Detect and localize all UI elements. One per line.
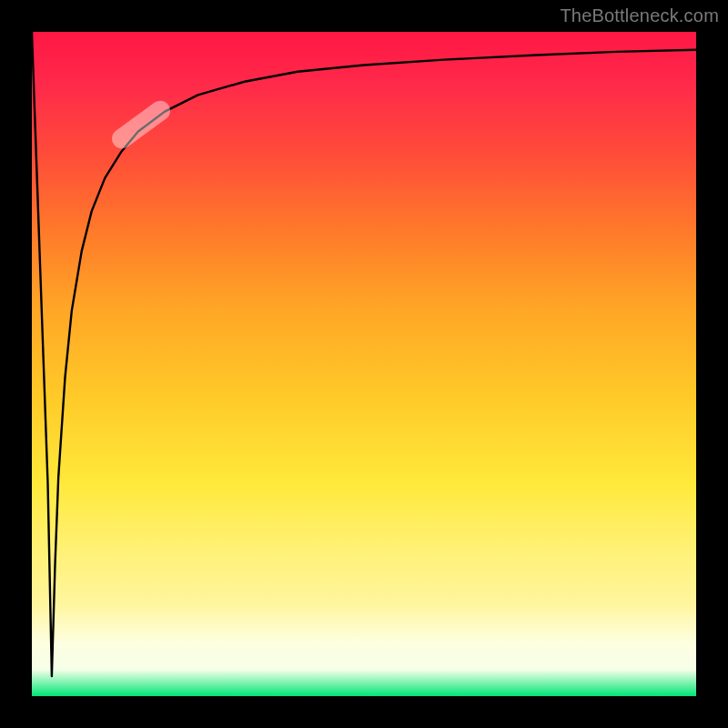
chart-frame: TheBottleneck.com	[0, 0, 728, 728]
watermark-text: TheBottleneck.com	[560, 5, 719, 26]
